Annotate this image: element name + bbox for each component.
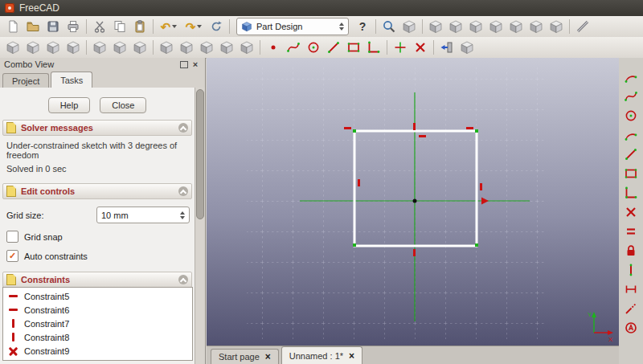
constraints-header[interactable]: Constraints (2, 272, 192, 288)
workbench-spinner[interactable] (339, 22, 344, 31)
constrain-vertical-icon[interactable] (622, 262, 640, 278)
view-top-icon[interactable] (466, 18, 485, 35)
create-line-icon[interactable] (622, 146, 640, 162)
tab-project[interactable]: Project (2, 73, 49, 88)
create-line-icon[interactable] (324, 39, 343, 56)
multi-transform-icon[interactable] (237, 39, 256, 56)
pad-icon[interactable] (3, 39, 23, 56)
constraint-list-item[interactable]: Constraint7 (3, 317, 192, 330)
collapse-icon[interactable] (178, 275, 188, 284)
external-geometry-icon[interactable] (622, 301, 640, 317)
toolbar-separator (569, 19, 570, 34)
create-rectangle-icon[interactable] (344, 39, 363, 56)
create-fillet-icon[interactable] (622, 69, 640, 85)
view-isometric-icon[interactable] (426, 18, 445, 35)
constraint-list-item[interactable]: Constraint5 (3, 289, 192, 303)
create-rectangle-icon[interactable] (622, 166, 640, 182)
draft-icon[interactable] (130, 39, 149, 56)
collapse-icon[interactable] (178, 123, 188, 133)
viewport-canvas[interactable]: Y X (207, 58, 619, 346)
constrain-distance-icon[interactable] (622, 281, 640, 297)
close-tab-icon[interactable]: × (265, 352, 271, 362)
groove-icon[interactable] (63, 39, 83, 56)
whats-this-icon[interactable]: ? (353, 18, 372, 35)
combo-view-titlebar[interactable]: Combo View × (0, 58, 205, 71)
view-right-icon[interactable] (486, 18, 506, 35)
refresh-icon[interactable] (207, 18, 226, 35)
3d-viewport[interactable]: Y X (207, 58, 619, 346)
grid-snap-checkbox[interactable] (6, 231, 18, 243)
create-circle-icon[interactable] (622, 108, 640, 124)
create-circle-icon[interactable] (304, 39, 323, 56)
auto-constraints-checkbox[interactable]: ✓ (6, 250, 18, 262)
redo-dropdown-caret-icon[interactable] (197, 25, 202, 28)
grid-snap-row[interactable]: Grid snap (6, 231, 195, 243)
close-tab-icon[interactable]: × (349, 351, 354, 361)
panel-scrollbar[interactable] (195, 88, 205, 364)
map-sketch-icon[interactable] (457, 39, 477, 56)
panel-scrollbar-thumb[interactable] (196, 89, 204, 219)
view-sketch-icon[interactable] (391, 39, 410, 56)
toolbar-standard: ↶ ↷ Part Design ? (0, 16, 643, 38)
tab-tasks[interactable]: Tasks (51, 72, 92, 88)
view-front-icon[interactable] (446, 18, 465, 35)
print-icon[interactable] (63, 18, 83, 35)
scaled-icon[interactable] (217, 39, 236, 56)
view-left-icon[interactable] (547, 18, 566, 35)
cut-icon[interactable] (90, 18, 109, 35)
draw-style-icon[interactable] (399, 18, 419, 35)
copy-icon[interactable] (110, 18, 129, 35)
undo-icon[interactable]: ↶ (157, 18, 181, 35)
workbench-selector[interactable]: Part Design (236, 18, 349, 35)
tab-start-page[interactable]: Start page × (211, 349, 279, 364)
trim-edge-icon[interactable] (411, 39, 430, 56)
create-point-icon[interactable] (264, 39, 283, 56)
create-polyline-icon[interactable] (622, 185, 640, 201)
leave-sketch-icon[interactable] (437, 39, 457, 56)
auto-constraints-row[interactable]: ✓ Auto constraints (6, 250, 195, 262)
fit-all-icon[interactable] (379, 18, 399, 35)
save-document-icon[interactable] (43, 18, 63, 35)
polar-pattern-icon[interactable] (197, 39, 216, 56)
edit-controls-header[interactable]: Edit controls (2, 183, 192, 199)
paste-icon[interactable] (130, 18, 149, 35)
constraint-list[interactable]: Constraint5 Constraint6 Constraint7 Cons… (2, 287, 193, 361)
redo-icon[interactable]: ↷ (182, 18, 206, 35)
grid-size-spinner[interactable] (180, 211, 185, 219)
revolution-icon[interactable] (43, 39, 63, 56)
tab-unnamed-document[interactable]: Unnamed : 1* × (281, 346, 362, 364)
origin-point[interactable] (413, 199, 417, 203)
trim-edge-icon[interactable] (622, 204, 640, 220)
view-rear-icon[interactable] (506, 18, 526, 35)
toggle-construction-icon[interactable] (622, 320, 640, 336)
float-panel-icon[interactable] (178, 59, 190, 69)
undo-dropdown-caret-icon[interactable] (172, 25, 177, 28)
sketcher-toolbar (619, 58, 643, 364)
fillet-icon[interactable] (90, 39, 109, 56)
grid-size-select[interactable]: 10 mm (96, 207, 190, 223)
create-bspline-icon[interactable] (622, 88, 640, 104)
mirrored-icon[interactable] (157, 39, 176, 56)
constraint-label: Constraint8 (24, 333, 69, 342)
measure-distance-icon[interactable] (573, 18, 592, 35)
window-titlebar[interactable]: FreeCAD (0, 0, 643, 16)
solver-messages-header[interactable]: Solver messages (2, 120, 192, 136)
collapse-icon[interactable] (178, 186, 188, 196)
constraint-list-item[interactable]: Constraint9 (3, 344, 192, 358)
view-bottom-icon[interactable] (526, 18, 546, 35)
constraint-list-item[interactable]: Constraint6 (3, 303, 192, 317)
chamfer-icon[interactable] (110, 39, 129, 56)
help-button[interactable]: Help (48, 97, 91, 113)
create-polyline-icon[interactable] (364, 39, 383, 56)
constraint-list-item[interactable]: Constraint8 (3, 330, 192, 344)
constrain-equal-icon[interactable] (622, 223, 640, 239)
new-document-icon[interactable] (3, 18, 23, 35)
create-bspline-icon[interactable] (284, 39, 303, 56)
linear-pattern-icon[interactable] (177, 39, 196, 56)
pocket-icon[interactable] (23, 39, 43, 56)
constrain-lock-icon[interactable] (622, 243, 640, 259)
close-panel-icon[interactable]: × (190, 59, 201, 69)
open-document-icon[interactable] (23, 18, 43, 35)
create-arc-icon[interactable] (622, 127, 640, 143)
close-button[interactable]: Close (100, 97, 146, 113)
